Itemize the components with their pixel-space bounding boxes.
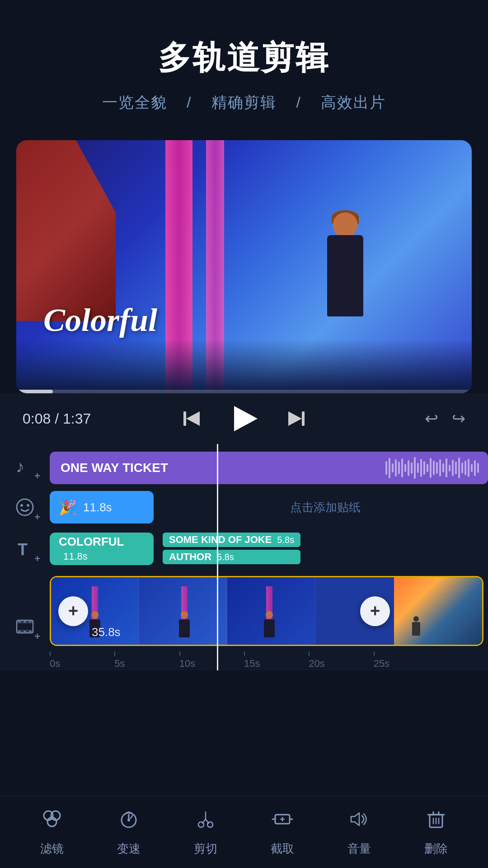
person-head xyxy=(333,212,358,237)
subtitle-sep-1: / xyxy=(187,94,192,111)
ruler-tick-10s xyxy=(179,651,180,656)
svg-text:T: T xyxy=(18,540,28,559)
wave-bar xyxy=(392,463,394,472)
text-clip-colorful[interactable]: COLORFUL 11.8s xyxy=(50,533,154,565)
toolbar-speed[interactable]: 变速 xyxy=(102,807,156,857)
sticker-emoji: 🎉 xyxy=(59,499,77,516)
play-icon xyxy=(234,406,258,431)
sticker-track-icon[interactable]: + xyxy=(0,497,50,521)
svg-rect-13 xyxy=(24,621,26,623)
crop-svg xyxy=(271,807,294,831)
text-clips-right: SOME KIND OF JOKE 5.8s AUTHOR 5.8s xyxy=(163,533,300,564)
video-staircase xyxy=(16,140,116,321)
ruler-tick-5s xyxy=(114,651,115,656)
toolbar-delete[interactable]: 删除 xyxy=(409,807,463,857)
music-clip[interactable]: ONE WAY TICKET xyxy=(50,452,488,484)
svg-rect-14 xyxy=(29,621,31,623)
skip-back-button[interactable] xyxy=(181,408,202,429)
play-button[interactable] xyxy=(230,404,258,433)
sticker-track-clips: 🎉 11.8s 点击添加贴纸 xyxy=(50,491,488,527)
svg-text:♪: ♪ xyxy=(16,457,24,476)
text-icon: T + xyxy=(15,539,35,563)
wave-bar xyxy=(385,461,387,475)
redo-button[interactable]: ↪ xyxy=(452,409,465,428)
wave-bar xyxy=(449,465,450,472)
wave-bar xyxy=(468,459,469,477)
sticker-add-area[interactable]: 点击添加贴纸 xyxy=(163,491,488,524)
speed-icon xyxy=(117,807,141,835)
ruler-label-5s: 5s xyxy=(114,658,125,670)
ruler-label-15s: 15s xyxy=(244,658,260,670)
speed-label: 变速 xyxy=(117,841,141,857)
sunset-head xyxy=(413,616,419,622)
wave-bar xyxy=(458,458,460,478)
toolbar-crop[interactable]: 截取 xyxy=(255,807,310,857)
music-track-clips: ONE WAY TICKET xyxy=(50,452,488,484)
video-track-row: + xyxy=(0,571,488,651)
ruler-mark-5s: 5s xyxy=(114,651,179,670)
tracks-wrapper: ♪ + ONE WAY TICKET xyxy=(0,444,488,670)
text-clip-author-duration: 5.8s xyxy=(217,552,234,562)
volume-icon xyxy=(347,807,371,835)
subtitle-sep-2: / xyxy=(296,94,301,111)
sticker-add-label: 点击添加贴纸 xyxy=(290,500,361,515)
wave-bar xyxy=(427,464,428,472)
svg-rect-2 xyxy=(302,411,305,426)
video-preview: Colorful xyxy=(16,140,472,393)
text-clip-author[interactable]: AUTHOR 5.8s xyxy=(163,550,300,564)
page-header: 多轨道剪辑 一览全貌 / 精确剪辑 / 高效出片 xyxy=(0,0,488,131)
text-track-icon[interactable]: T + xyxy=(0,539,50,563)
music-add-badge: + xyxy=(34,470,40,482)
add-clip-left-button[interactable]: + xyxy=(58,596,88,626)
toolbar-volume[interactable]: 音量 xyxy=(332,807,386,857)
sticker-clip[interactable]: 🎉 11.8s xyxy=(50,491,154,524)
add-clip-right-icon: + xyxy=(370,601,380,621)
subtitle-part-3: 高效出片 xyxy=(321,94,386,111)
music-track-icon[interactable]: ♪ + xyxy=(0,456,50,480)
video-timeline-progress xyxy=(16,390,53,393)
svg-point-22 xyxy=(127,819,130,821)
toolbar-filters[interactable]: 滤镜 xyxy=(25,807,79,857)
wave-bar xyxy=(436,462,438,474)
add-clip-right-button[interactable]: + xyxy=(360,596,390,626)
cut-icon xyxy=(194,807,217,835)
scissors-svg xyxy=(194,807,217,831)
wave-bar xyxy=(420,459,422,477)
sunset-body xyxy=(412,622,420,636)
video-track-icon[interactable]: + xyxy=(0,617,50,641)
undo-button[interactable]: ↩ xyxy=(425,409,438,428)
volume-label: 音量 xyxy=(347,841,371,857)
sunset-clip[interactable] xyxy=(394,577,482,645)
svg-rect-12 xyxy=(19,621,20,623)
person-body xyxy=(327,235,363,316)
filmstrip-svg-icon xyxy=(15,617,35,637)
vt-person-mini-2 xyxy=(179,611,190,637)
smiley-icon xyxy=(15,497,35,517)
ruler-tick-0s xyxy=(50,651,51,656)
crop-label: 截取 xyxy=(271,841,294,857)
text-clip-joke[interactable]: SOME KIND OF JOKE 5.8s xyxy=(163,533,300,547)
filters-icon xyxy=(40,807,64,835)
volume-svg xyxy=(347,807,371,831)
wave-bar xyxy=(404,464,406,472)
svg-point-5 xyxy=(17,499,33,515)
svg-marker-3 xyxy=(288,411,302,426)
wave-bar xyxy=(442,463,444,472)
text-T-icon: T xyxy=(15,539,35,559)
music-note-icon: ♪ xyxy=(15,456,35,476)
ruler-tick-15s xyxy=(244,651,245,656)
vt-person-mini-3 xyxy=(264,611,275,637)
svg-rect-0 xyxy=(183,411,186,426)
wave-bar xyxy=(477,463,479,473)
waveform xyxy=(385,457,479,479)
sticker-duration: 11.8s xyxy=(83,500,112,514)
svg-rect-17 xyxy=(29,631,31,632)
wave-bar xyxy=(430,458,432,478)
playback-controls: 0:08 / 1:37 ↩ ↪ xyxy=(0,393,488,444)
wave-bar xyxy=(423,461,425,475)
toolbar-cut[interactable]: 剪切 xyxy=(178,807,233,857)
ruler-label-0s: 0s xyxy=(50,658,60,670)
video-segment-3 xyxy=(227,577,315,645)
svg-marker-1 xyxy=(186,411,200,426)
skip-forward-button[interactable] xyxy=(286,408,307,429)
